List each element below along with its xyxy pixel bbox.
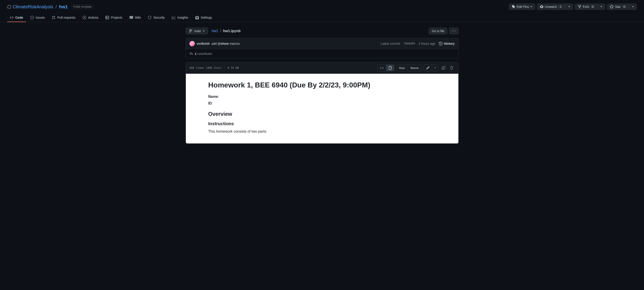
name-field: Name:: [208, 95, 436, 99]
copy-icon: [442, 66, 445, 70]
commit-hash[interactable]: 7686d99: [404, 42, 415, 45]
history-link[interactable]: History: [439, 42, 454, 45]
book-icon: [130, 16, 133, 19]
copy-button[interactable]: [440, 65, 447, 71]
tab-settings[interactable]: Settings: [192, 14, 215, 22]
branch-icon: [189, 29, 192, 33]
tab-security[interactable]: Security: [145, 14, 168, 22]
fork-button[interactable]: Fork 0: [575, 4, 598, 10]
source-view-button[interactable]: [378, 65, 386, 71]
commit-time: 2 hours ago: [419, 42, 435, 45]
tab-projects[interactable]: Projects: [103, 14, 125, 22]
fork-icon: [578, 5, 581, 9]
edit-pins-button[interactable]: Edit Pins: [509, 4, 535, 10]
avatar[interactable]: [190, 41, 195, 46]
star-dropdown[interactable]: [630, 4, 637, 10]
tab-code[interactable]: Code: [7, 14, 26, 22]
caret-down-icon: [632, 6, 634, 7]
file-icon: [388, 66, 392, 70]
unwatch-dropdown[interactable]: [566, 4, 573, 10]
template-label: Public template: [72, 5, 94, 9]
star-button[interactable]: Star 0: [607, 4, 630, 10]
commit-author[interactable]: vsrikrish: [197, 42, 210, 45]
id-field: ID:: [208, 101, 436, 105]
path-file: hw1.ipynb: [223, 29, 241, 33]
gear-icon: [195, 16, 199, 19]
edit-dropdown[interactable]: [432, 65, 438, 71]
pull-request-icon: [52, 16, 56, 19]
code-icon: [10, 16, 14, 19]
caret-down-icon: [568, 6, 570, 7]
kebab-icon: [452, 29, 456, 33]
table-icon: [106, 16, 109, 19]
body-text: This homework consists of two parts:: [208, 129, 436, 133]
pencil-icon: [426, 66, 430, 70]
overview-heading: Overview: [208, 111, 436, 117]
fork-count: 0: [590, 5, 595, 8]
contributors-row[interactable]: 1 contributor: [186, 49, 458, 58]
tab-insights[interactable]: Insights: [169, 14, 191, 22]
breadcrumb: hw1 / hw1.ipynb: [212, 29, 241, 33]
play-icon: [82, 16, 86, 19]
blame-button[interactable]: Blame: [408, 65, 422, 71]
people-icon: [190, 52, 193, 56]
star-count: 0: [622, 5, 626, 8]
unwatch-button[interactable]: Unwatch 1: [537, 4, 566, 10]
path-repo-link[interactable]: hw1: [212, 29, 218, 33]
file-size: 9.74 KB: [228, 66, 239, 69]
issues-icon: [30, 16, 34, 19]
latest-commit-label: Latest commit: [381, 42, 400, 45]
repo-link[interactable]: hw1: [59, 4, 68, 10]
graph-icon: [172, 16, 176, 19]
tab-pulls[interactable]: Pull requests: [49, 14, 78, 22]
org-link[interactable]: ClimateRiskAnalysis: [12, 4, 53, 10]
repo-template-icon: [7, 5, 11, 9]
caret-down-icon: [434, 67, 436, 68]
fork-dropdown[interactable]: [598, 4, 605, 10]
star-icon: [610, 5, 614, 9]
edit-button[interactable]: [424, 65, 432, 71]
branch-select[interactable]: main: [186, 28, 208, 34]
delete-button[interactable]: [448, 65, 455, 71]
caret-down-icon: [600, 6, 602, 7]
caret-down-icon: [530, 6, 532, 7]
breadcrumb-sep: /: [56, 4, 57, 10]
rendered-view-button[interactable]: [386, 65, 394, 71]
more-options-button[interactable]: [449, 28, 458, 34]
code-icon: [380, 66, 384, 70]
shield-icon: [148, 16, 152, 19]
eye-icon: [540, 5, 544, 9]
commit-message[interactable]: add @show macros: [212, 42, 240, 45]
tab-issues[interactable]: Issues: [28, 14, 47, 22]
history-icon: [439, 42, 442, 45]
instructions-heading: Instructions: [208, 121, 436, 126]
go-to-file-button[interactable]: Go to file: [429, 28, 447, 34]
pin-icon: [512, 5, 516, 9]
document-title: Homework 1, BEE 6940 (Due By 2/2/23, 9:0…: [208, 81, 436, 89]
watch-count: 1: [558, 5, 563, 8]
tab-wiki[interactable]: Wiki: [127, 14, 144, 22]
trash-icon: [450, 66, 454, 70]
raw-button[interactable]: Raw: [396, 65, 408, 71]
tab-actions[interactable]: Actions: [80, 14, 101, 22]
caret-down-icon: [203, 31, 205, 32]
file-lines: 406 lines (406 sloc): [190, 66, 222, 69]
